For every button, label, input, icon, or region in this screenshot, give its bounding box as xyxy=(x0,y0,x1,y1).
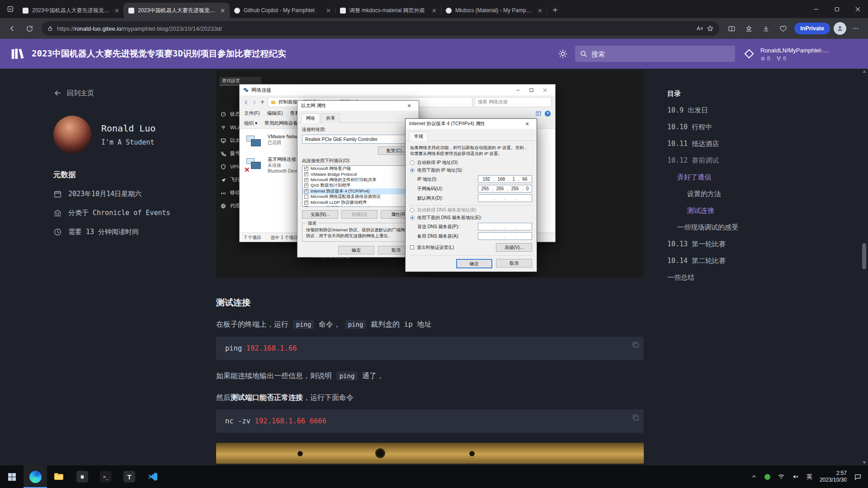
list-item[interactable]: Internet 协议版本 6 (TCP/IPv6) xyxy=(302,206,414,207)
browser-tab-3[interactable]: Github Copilot - My Pamphlet xyxy=(230,3,335,18)
copy-code-button[interactable] xyxy=(632,413,640,423)
menu-edit[interactable]: 编辑(E) xyxy=(267,110,283,117)
checkbox-checked[interactable] xyxy=(304,201,308,205)
menu-file[interactable]: 文件(F) xyxy=(244,110,259,117)
theme-toggle-icon[interactable] xyxy=(558,49,568,59)
layout-icon[interactable] xyxy=(536,111,541,116)
window-close-button[interactable] xyxy=(847,0,868,18)
scroll-down-icon[interactable] xyxy=(863,461,866,464)
start-button[interactable] xyxy=(0,465,24,488)
favorites-bar-button[interactable] xyxy=(741,21,756,36)
tab-close-icon[interactable] xyxy=(219,7,226,14)
tab-network[interactable]: 网络 xyxy=(301,113,320,123)
toc-item[interactable]: 10.9 出发日 xyxy=(667,106,816,115)
list-item[interactable]: Microsoft LLDP 协议驱动程序 xyxy=(302,200,414,206)
tray-green-status-icon[interactable] xyxy=(764,474,770,480)
ime-indicator[interactable]: 英 xyxy=(807,473,812,481)
window-minimize-button[interactable] xyxy=(806,0,826,18)
explorer-minimize-button[interactable] xyxy=(511,85,524,95)
taskbar-console-button[interactable]: >_ xyxy=(94,465,118,488)
new-tab-button[interactable] xyxy=(549,4,561,16)
back-button[interactable] xyxy=(5,21,20,36)
ok-button[interactable]: 确定 xyxy=(338,246,374,254)
list-item[interactable]: Microsoft 网络适配器多路传送器协议 xyxy=(302,194,414,200)
toc-item[interactable]: 弄好了通信 xyxy=(667,173,816,182)
taskbar-edge-button[interactable] xyxy=(24,465,47,488)
browser-tab-1[interactable]: 2023中国机器人大赛先进视觉专项赛3D识别项目参加比赛过程纪实 xyxy=(18,3,124,18)
taskbar-typora-button[interactable]: T xyxy=(118,465,141,488)
search-input[interactable] xyxy=(591,50,731,58)
browser-tab-4[interactable]: 调整 mkdocs-material 网页外观 xyxy=(335,3,441,18)
taskbar-app3-button[interactable] xyxy=(71,465,94,488)
help-icon[interactable]: ? xyxy=(545,111,551,117)
tray-chevron-up-icon[interactable] xyxy=(751,474,757,480)
profile-avatar[interactable] xyxy=(834,22,846,35)
checkbox-unchecked[interactable] xyxy=(304,195,308,199)
toc-item-active[interactable]: 测试连接 xyxy=(667,206,816,215)
toc-item[interactable]: 设置的方法 xyxy=(667,189,816,198)
checkbox-checked[interactable] xyxy=(304,178,308,182)
validate-checkbox[interactable]: 退出时验证设置(L) xyxy=(410,244,454,251)
nav-back-icon[interactable] xyxy=(243,99,249,105)
organize-button[interactable]: 组织 ▾ xyxy=(244,120,257,127)
subnet-mask-field[interactable]: 255 . 255 . 255 . 0 xyxy=(478,185,532,192)
nav-up-icon[interactable] xyxy=(259,99,265,105)
uninstall-button[interactable]: 卸载(U) xyxy=(341,210,377,219)
split-screen-button[interactable] xyxy=(724,21,739,36)
radio-auto-dns[interactable]: 自动获得 DNS 服务器地址(B) xyxy=(410,207,532,213)
refresh-button[interactable] xyxy=(22,21,37,36)
settings-dots-button[interactable] xyxy=(848,21,863,36)
tray-network-icon[interactable] xyxy=(778,473,785,480)
checkbox-checked[interactable] xyxy=(304,189,308,193)
dialog-close-icon[interactable]: ✕ xyxy=(403,103,415,109)
tray-volume-muted-icon[interactable] xyxy=(792,473,799,480)
favorite-star-icon[interactable] xyxy=(707,25,714,32)
dialog-close-icon[interactable]: ✕ xyxy=(521,121,533,127)
explorer-close-button[interactable] xyxy=(538,85,552,95)
address-bar[interactable]: https://ronald-luo.gitee.io/mypamphlet-b… xyxy=(42,21,719,36)
site-search[interactable] xyxy=(575,46,735,62)
explorer-search-input[interactable]: 搜索 网络连接 xyxy=(475,97,552,107)
list-item[interactable]: VMware Bridge Protocol xyxy=(302,172,414,178)
toc-item[interactable]: 10.11 抵达酒店 xyxy=(667,139,816,148)
list-item[interactable]: QoS 数据包计划程序 xyxy=(302,183,414,189)
tab-close-icon[interactable] xyxy=(113,7,120,14)
preferred-dns-field[interactable]: . . . xyxy=(478,223,532,230)
window-maximize-button[interactable] xyxy=(826,0,847,18)
gateway-field[interactable]: . . . xyxy=(478,194,532,202)
advanced-button[interactable]: 高级(V)... xyxy=(496,243,532,252)
tab-actions-button[interactable] xyxy=(4,2,17,16)
tab-close-icon[interactable] xyxy=(325,7,332,14)
back-home-link[interactable]: 回到主页 xyxy=(53,89,207,98)
cancel-button[interactable]: 取消 xyxy=(496,259,532,267)
toc-item[interactable]: 一些现场调试的感受 xyxy=(667,223,816,232)
list-item-selected[interactable]: Internet 协议版本 4 (TCP/IPv4) xyxy=(302,188,414,194)
copy-code-button[interactable] xyxy=(632,341,640,350)
explorer-maximize-button[interactable] xyxy=(524,85,538,95)
notification-center-icon[interactable] xyxy=(854,473,862,481)
tab-close-icon[interactable] xyxy=(430,7,438,14)
taskbar-explorer-button[interactable] xyxy=(47,465,71,488)
radio-manual-dns[interactable]: 使用下面的 DNS 服务器地址(E): xyxy=(410,215,532,221)
read-aloud-icon[interactable] xyxy=(696,25,703,32)
tab-general[interactable]: 常规 xyxy=(409,131,428,141)
checkbox-checked[interactable] xyxy=(304,172,308,176)
alternate-dns-field[interactable]: . . . xyxy=(478,232,532,240)
scroll-up-icon[interactable] xyxy=(863,70,866,73)
taskbar-clock[interactable]: 2:57 2023/10/30 xyxy=(820,470,847,483)
install-button[interactable]: 安装(N)... xyxy=(302,210,338,219)
radio-auto-ip[interactable]: 自动获得 IP 地址(O) xyxy=(410,160,532,166)
checkbox-checked[interactable] xyxy=(304,206,308,207)
list-item[interactable]: Microsoft 网络的文件和打印机共享 xyxy=(302,177,414,183)
disable-device-button[interactable]: 禁用此网络设备 xyxy=(264,120,298,127)
checkbox-checked[interactable] xyxy=(304,183,308,188)
toc-item[interactable]: 10.13 第一轮比赛 xyxy=(667,239,816,249)
tab-close-icon[interactable] xyxy=(536,7,543,14)
repo-link[interactable]: RonaldLN/MyPamphlet-… 0 0 xyxy=(742,47,856,61)
page-scrollbar[interactable] xyxy=(861,69,867,465)
checkbox-checked[interactable] xyxy=(304,167,308,171)
ok-button[interactable]: 确定 xyxy=(456,259,492,268)
tab-sharing[interactable]: 共享 xyxy=(321,113,340,123)
toc-item[interactable]: 10.14 第二轮比赛 xyxy=(667,256,816,265)
toc-item[interactable]: 一些总结 xyxy=(667,273,816,282)
